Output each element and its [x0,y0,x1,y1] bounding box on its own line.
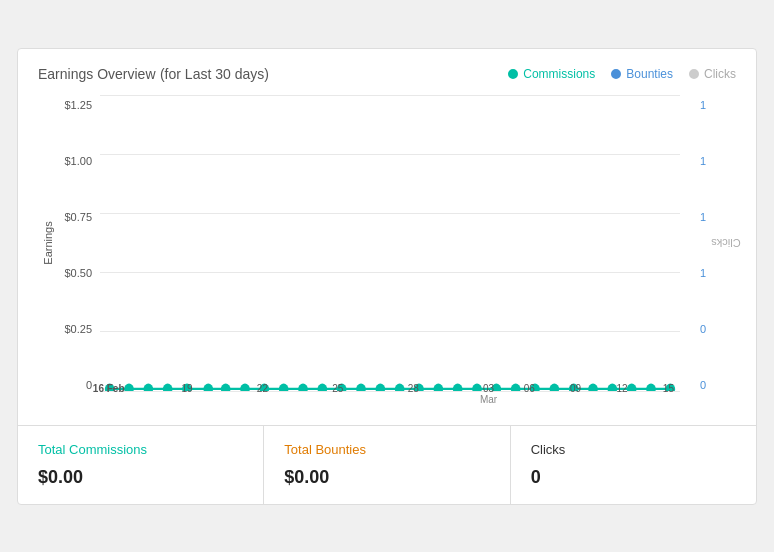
chart-svg-container [100,95,680,391]
commissions-legend-label: Commissions [523,67,595,81]
chart-area: 16 Feb 19 22 25 28 03 Mar 06 09 12 15 [100,95,696,415]
clicks-card: Clicks 0 [511,426,756,504]
y-right-tick-1c: 1 [700,211,706,223]
x-tick-06: 06 [524,383,535,394]
x-tick-28: 28 [408,383,419,394]
clicks-value: 0 [531,467,736,488]
stats-section: Total Commissions $0.00 Total Bounties $… [18,425,756,504]
x-tick-09: 09 [570,383,581,394]
total-commissions-value: $0.00 [38,467,243,488]
chart-wrapper: Earnings $1.25 $1.00 $0.75 $0.50 $0.25 0 [38,95,736,415]
y-tick-050: $0.50 [64,267,92,279]
earnings-overview-container: Earnings Overview (for Last 30 days) Com… [17,48,757,505]
y-right-tick-1b: 1 [700,155,706,167]
chart-legend: Commissions Bounties Clicks [508,67,736,81]
total-bounties-card: Total Bounties $0.00 [264,426,510,504]
commissions-dot-icon [508,69,518,79]
x-tick-22: 22 [257,383,268,394]
y-tick-0: 0 [86,379,92,391]
y-tick-100: $1.00 [64,155,92,167]
legend-bounties: Bounties [611,67,673,81]
chart-title: Earnings Overview (for Last 30 days) [38,65,269,83]
legend-commissions: Commissions [508,67,595,81]
chart-header: Earnings Overview (for Last 30 days) Com… [38,65,736,83]
clicks-legend-label: Clicks [704,67,736,81]
x-axis: 16 Feb 19 22 25 28 03 Mar 06 09 12 15 [100,379,680,415]
total-bounties-label: Total Bounties [284,442,489,457]
y-right-tick-0b: 0 [700,379,706,391]
bounties-legend-label: Bounties [626,67,673,81]
x-tick-19: 19 [181,383,192,394]
title-subtitle: (for Last 30 days) [160,66,269,82]
total-commissions-card: Total Commissions $0.00 [18,426,264,504]
x-tick-03-mar: 03 Mar [480,383,497,405]
y-axis-left: $1.25 $1.00 $0.75 $0.50 $0.25 0 [58,95,100,415]
total-commissions-label: Total Commissions [38,442,243,457]
chart-section: Earnings Overview (for Last 30 days) Com… [18,49,756,425]
x-tick-15: 15 [663,383,674,394]
total-bounties-value: $0.00 [284,467,489,488]
y-right-tick-0a: 0 [700,323,706,335]
y-axis-left-label: Earnings [42,221,54,264]
bounties-dot-icon [611,69,621,79]
title-text: Earnings Overview [38,66,156,82]
legend-clicks: Clicks [689,67,736,81]
y-axis-right: 1 1 1 1 0 0 [696,95,716,415]
y-tick-075: $0.75 [64,211,92,223]
y-tick-025: $0.25 [64,323,92,335]
y-right-label-container: Clicks [716,95,736,415]
clicks-dot-icon [689,69,699,79]
clicks-label: Clicks [531,442,736,457]
x-tick-25: 25 [332,383,343,394]
chart-svg [100,95,680,391]
y-axis-right-label: Clicks [711,237,740,249]
y-right-tick-1d: 1 [700,267,706,279]
x-tick-12: 12 [616,383,627,394]
y-tick-125: $1.25 [64,99,92,111]
x-tick-16feb: 16 Feb [93,383,125,394]
y-right-tick-1a: 1 [700,99,706,111]
y-axis-label-container: Earnings [38,95,58,415]
